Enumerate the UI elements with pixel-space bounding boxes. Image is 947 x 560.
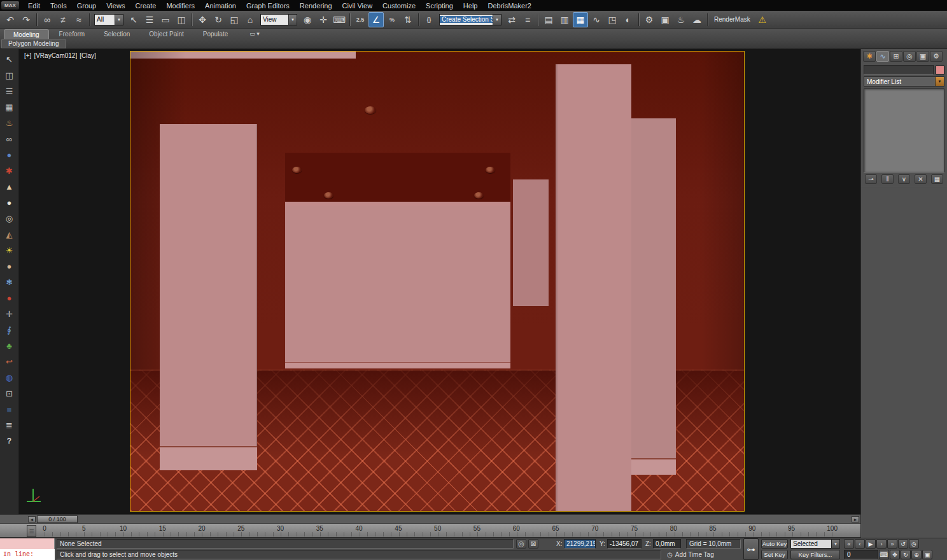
tab-utilities-icon[interactable]: ⚙ (930, 51, 943, 62)
time-configuration-button[interactable]: ◷ (909, 539, 919, 549)
torus-icon[interactable]: ◎ (3, 211, 17, 225)
percent-snap-toggle-icon[interactable]: % (384, 12, 400, 27)
red-scatter-icon[interactable]: ✱ (3, 164, 17, 178)
modifier-list-dropdown[interactable]: Modifier List ▼ (864, 76, 944, 87)
red-sphere-icon[interactable]: ● (3, 291, 17, 305)
select-and-rotate-icon[interactable]: ↻ (211, 12, 226, 27)
named-selection-sets-combo[interactable]: Create Selection Se▼ (439, 14, 502, 25)
rendered-frame-window-icon[interactable]: ▣ (657, 12, 673, 27)
unlink-selection-icon[interactable]: ≠ (55, 12, 71, 27)
align-icon[interactable]: ≡ (520, 12, 535, 27)
ribbon-tab-selection[interactable]: Selection (95, 29, 139, 39)
remove-modifier-button[interactable]: ✕ (915, 174, 927, 184)
select-by-name-icon[interactable]: ☰ (142, 12, 157, 27)
menu-item-group[interactable]: Group (72, 1, 102, 10)
keyboard-icon[interactable]: ⌨ (879, 550, 889, 559)
y-coordinate-field[interactable]: -13456,07 (607, 539, 642, 549)
rectangular-selection-region-icon[interactable]: ▭ (158, 12, 173, 27)
help-icon[interactable]: ? (3, 434, 17, 448)
trackbar-mode-button[interactable]: ☰ (27, 525, 36, 537)
tab-create-icon[interactable]: ✱ (863, 51, 876, 62)
menu-item-customize[interactable]: Customize (377, 1, 421, 10)
select-and-uniform-scale-icon[interactable]: ◱ (227, 12, 242, 27)
maximize-viewport-toggle-icon[interactable]: ▣ (922, 550, 932, 559)
modifier-stack-list[interactable] (864, 88, 944, 172)
menu-item-edit[interactable]: Edit (23, 1, 45, 10)
keyboard-shortcut-override-icon[interactable]: ⌨ (332, 12, 347, 27)
ribbon-tab-modeling[interactable]: Modeling (4, 29, 49, 39)
left-wall-column[interactable] (160, 124, 257, 470)
menu-item-views[interactable]: Views (101, 1, 130, 10)
max-logo[interactable]: MAX (1, 1, 19, 10)
polygon-modeling-panel-tab[interactable]: Polygon Modeling (1, 39, 66, 48)
angle-snap-toggle-icon[interactable]: ∠ (368, 12, 384, 27)
toggle-scene-explorer-icon[interactable]: ▤ (541, 12, 556, 27)
plant-icon[interactable]: ♣ (3, 339, 17, 353)
go-to-start-button[interactable]: « (844, 539, 854, 549)
pyramid-icon[interactable]: ◭ (3, 227, 17, 241)
spiral-icon[interactable]: ∮ (3, 323, 17, 337)
maxscript-listener-field[interactable]: In line: (0, 549, 55, 560)
tab-modify-icon[interactable]: ∿ (876, 51, 889, 62)
menu-item-graph-editors[interactable]: Graph Editors (241, 1, 295, 10)
current-frame-field[interactable]: 0 (844, 550, 878, 559)
biped-icon[interactable]: ✛ (3, 307, 17, 321)
menu-item-modifiers[interactable]: Modifiers (161, 1, 200, 10)
menu-item-animation[interactable]: Animation (200, 1, 241, 10)
material-editor-icon[interactable]: ◐ (621, 12, 636, 27)
select-and-place-icon[interactable]: ⌂ (242, 12, 258, 27)
viewport-layout-icon[interactable]: ◫ (3, 68, 17, 82)
x-coordinate-field[interactable]: 21299,215 (564, 539, 596, 549)
ribbon-options-icon[interactable]: ▭ ▾ (246, 29, 263, 39)
menu-item-rendering[interactable]: Rendering (295, 1, 337, 10)
ceiling-soffit[interactable] (130, 52, 356, 59)
warning-icon[interactable]: ⚠ (755, 12, 770, 27)
ceiling-spotlight[interactable] (365, 106, 376, 114)
bind-to-space-warp-icon[interactable]: ≈ (71, 12, 87, 27)
link-chain-icon[interactable]: ∞ (3, 132, 17, 146)
reference-coordinate-system-combo[interactable]: View▼ (260, 14, 297, 25)
ceiling-spotlight[interactable] (474, 192, 484, 199)
tab-motion-icon[interactable]: ◎ (903, 51, 916, 62)
tab-display-icon[interactable]: ▣ (916, 51, 929, 62)
hook-icon[interactable]: ↩ (3, 354, 17, 368)
next-frame-button[interactable]: › (876, 539, 887, 549)
right-wall-column-step[interactable] (631, 118, 676, 475)
object-name-input[interactable] (864, 65, 934, 74)
mirror-icon[interactable]: ⇄ (504, 12, 519, 27)
previous-frame-button[interactable]: ‹ (855, 539, 865, 549)
schematic-view-icon[interactable]: ◳ (605, 12, 620, 27)
render-production-icon[interactable]: ♨ (673, 12, 689, 27)
toggle-ribbon-icon[interactable]: ▦ (573, 12, 588, 27)
scene-render[interactable] (130, 52, 744, 511)
blue-sphere-icon[interactable]: ● (3, 148, 17, 162)
side-wall-panel[interactable] (513, 179, 549, 306)
menu-item-scripting[interactable]: Scripting (421, 1, 458, 10)
snowflake-icon[interactable]: ❄ (3, 275, 17, 289)
tab-hierarchy-icon[interactable]: ⊞ (890, 51, 902, 62)
set-key-mode-button[interactable]: ⊶ (743, 538, 759, 560)
select-cursor-icon[interactable]: ↖ (3, 52, 17, 66)
z-coordinate-field[interactable]: 0,0mm (653, 539, 681, 549)
render-setup-icon[interactable]: ⚙ (642, 12, 657, 27)
key-selection-combo[interactable]: Selected ▼ (790, 539, 840, 549)
scene-list-icon[interactable]: ☰ (3, 84, 17, 98)
play-button[interactable]: ▶ (866, 539, 876, 549)
ribbon-tab-populate[interactable]: Populate (194, 29, 237, 39)
track-bar[interactable]: ☰ 05101520253035404550556065707580859095… (0, 523, 860, 538)
ceiling-spotlight[interactable] (292, 167, 302, 173)
menu-item-tools[interactable]: Tools (45, 1, 72, 10)
edit-named-selection-sets-icon[interactable]: {} (421, 12, 437, 27)
use-pivot-point-center-icon[interactable]: ◉ (300, 12, 315, 27)
select-and-link-icon[interactable]: ∞ (39, 12, 55, 27)
snaps-toggle-icon[interactable]: 2.5 (353, 12, 368, 27)
ribbon-tab-freeform[interactable]: Freeform (50, 29, 94, 39)
zoom-view-icon[interactable]: ⊕ (911, 550, 922, 559)
menu-item-create[interactable]: Create (130, 1, 161, 10)
center-back-wall[interactable] (285, 206, 510, 362)
redo-icon[interactable]: ↷ (18, 12, 34, 27)
marble-sphere-icon[interactable]: ◍ (3, 370, 17, 384)
select-and-manipulate-icon[interactable]: ✛ (316, 12, 331, 27)
white-sphere-icon[interactable]: ● (3, 195, 17, 209)
set-key-button[interactable]: Set Key (761, 550, 788, 559)
